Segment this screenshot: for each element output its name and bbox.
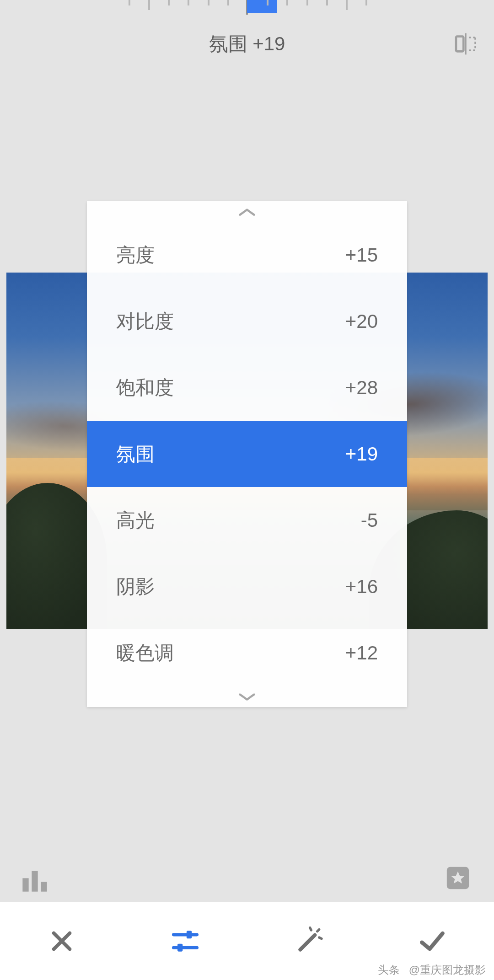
svg-line-18 [319,937,322,939]
current-param-label: 氛围 [209,31,247,57]
chevron-down-icon [236,691,258,702]
close-icon [48,927,75,955]
svg-rect-7 [41,882,47,891]
param-value: +12 [345,642,378,664]
current-param-header: 氛围 +19 [0,21,494,67]
watermark: 头条 @重庆图龙摄影 [378,963,486,977]
svg-rect-5 [22,878,28,891]
svg-rect-0 [456,37,463,52]
watermark-handle: @重庆图龙摄影 [409,964,486,976]
compare-before-after-button[interactable] [453,31,478,57]
chevron-up-icon [236,207,258,217]
svg-line-17 [317,930,319,932]
param-label: 氛围 [116,441,155,467]
param-value: +20 [345,311,378,332]
param-row-brightness[interactable]: 亮度 +15 [87,222,407,289]
auto-magic-button[interactable] [292,925,325,958]
svg-rect-13 [187,931,192,938]
param-row-warmth[interactable]: 暖色调 +12 [87,620,407,686]
svg-line-16 [300,935,315,950]
close-button[interactable] [45,925,78,958]
param-value: +16 [345,576,378,598]
histogram-button[interactable] [20,865,49,894]
param-value: +28 [345,377,378,399]
compare-icon [453,31,478,57]
param-label: 饱和度 [116,375,174,401]
adjust-button[interactable] [169,925,202,958]
lower-action-row [0,854,494,905]
param-label: 亮度 [116,242,155,268]
value-slider[interactable] [124,0,370,15]
slider-ticks [124,0,370,15]
star-icon [445,865,471,891]
magic-wand-icon [294,926,323,956]
param-row-shadows[interactable]: 阴影 +16 [87,553,407,620]
param-label: 对比度 [116,309,174,334]
panel-scroll-down[interactable] [87,686,407,707]
param-label: 暖色调 [116,640,174,666]
confirm-button[interactable] [416,925,449,958]
sliders-icon [170,926,201,957]
current-param-value: +19 [252,33,285,55]
slider-fill [247,0,277,13]
svg-line-19 [310,928,311,930]
svg-rect-6 [32,871,38,891]
svg-rect-15 [177,944,183,952]
param-label: 阴影 [116,574,155,600]
param-value: +19 [345,443,378,465]
watermark-prefix: 头条 [378,964,400,976]
param-row-contrast[interactable]: 对比度 +20 [87,289,407,355]
param-value: -5 [361,509,378,531]
favorite-button[interactable] [445,865,474,894]
histogram-icon [20,865,49,894]
param-label: 高光 [116,508,155,533]
param-value: +15 [345,244,378,266]
param-row-ambiance[interactable]: 氛围 +19 [87,421,407,487]
parameter-panel[interactable]: 亮度 +15 对比度 +20 饱和度 +28 氛围 +19 高光 -5 阴影 +… [87,201,407,707]
param-row-highlights[interactable]: 高光 -5 [87,487,407,553]
check-icon [417,926,448,957]
param-row-saturation[interactable]: 饱和度 +28 [87,355,407,421]
panel-scroll-up[interactable] [87,201,407,222]
